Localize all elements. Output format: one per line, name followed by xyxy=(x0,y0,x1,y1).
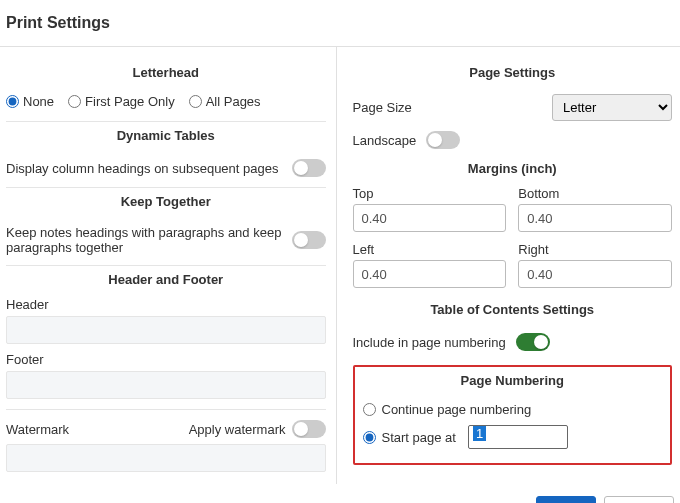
pn-start-option[interactable]: Start page at 1 xyxy=(363,421,663,453)
pn-continue-radio[interactable] xyxy=(363,403,376,416)
letterhead-option-none[interactable]: None xyxy=(6,94,54,109)
page-size-select[interactable]: Letter xyxy=(552,94,672,121)
margins-heading: Margins (inch) xyxy=(353,161,673,176)
toc-heading: Table of Contents Settings xyxy=(353,302,673,317)
right-column: Page Settings Page Size Letter Landscape… xyxy=(337,47,681,484)
cancel-button[interactable]: Cancel xyxy=(604,496,674,503)
dynamic-tables-row: Display column headings on subsequent pa… xyxy=(6,153,326,183)
margins-grid: Top Bottom Left Right xyxy=(353,186,673,288)
letterhead-radio-none[interactable] xyxy=(6,95,19,108)
pn-start-input[interactable]: 1 xyxy=(468,425,568,449)
apply-watermark-toggle[interactable] xyxy=(292,420,326,438)
save-button[interactable]: Save xyxy=(536,496,596,503)
header-input[interactable] xyxy=(6,316,326,344)
margin-bottom-input[interactable] xyxy=(518,204,672,232)
toc-include-toggle[interactable] xyxy=(516,333,550,351)
page-size-row: Page Size Letter xyxy=(353,90,673,125)
footer-input[interactable] xyxy=(6,371,326,399)
margin-top-label: Top xyxy=(353,186,507,201)
letterhead-heading: Letterhead xyxy=(6,65,326,80)
landscape-label: Landscape xyxy=(353,133,417,148)
letterhead-label-all: All Pages xyxy=(206,94,261,109)
watermark-row: Watermark Apply watermark xyxy=(6,414,326,444)
keep-together-row: Keep notes headings with paragraphs and … xyxy=(6,219,326,261)
keep-together-toggle[interactable] xyxy=(292,231,326,249)
toc-include-row: Include in page numbering xyxy=(353,327,673,357)
dynamic-tables-label: Display column headings on subsequent pa… xyxy=(6,161,284,176)
dynamic-tables-heading: Dynamic Tables xyxy=(6,128,326,143)
margin-bottom-label: Bottom xyxy=(518,186,672,201)
dynamic-tables-toggle[interactable] xyxy=(292,159,326,177)
pn-continue-option[interactable]: Continue page numbering xyxy=(363,398,663,421)
keep-together-label: Keep notes headings with paragraphs and … xyxy=(6,225,284,255)
header-label: Header xyxy=(6,297,326,312)
watermark-label: Watermark xyxy=(6,422,181,437)
letterhead-option-first[interactable]: First Page Only xyxy=(68,94,175,109)
margin-left-input[interactable] xyxy=(353,260,507,288)
page-numbering-box: Page Numbering Continue page numbering S… xyxy=(353,365,673,465)
pn-start-value: 1 xyxy=(473,426,486,441)
page-numbering-heading: Page Numbering xyxy=(363,373,663,388)
margin-left-label: Left xyxy=(353,242,507,257)
margin-right-label: Right xyxy=(518,242,672,257)
page-settings-heading: Page Settings xyxy=(353,65,673,80)
watermark-input[interactable] xyxy=(6,444,326,472)
letterhead-radio-first[interactable] xyxy=(68,95,81,108)
page-size-label: Page Size xyxy=(353,100,412,115)
landscape-toggle[interactable] xyxy=(426,131,460,149)
margin-top-input[interactable] xyxy=(353,204,507,232)
pn-continue-label: Continue page numbering xyxy=(382,402,532,417)
footer-label: Footer xyxy=(6,352,326,367)
letterhead-radio-all[interactable] xyxy=(189,95,202,108)
pn-start-label: Start page at xyxy=(382,430,456,445)
left-column: Letterhead None First Page Only All Page… xyxy=(0,47,337,484)
toc-include-label: Include in page numbering xyxy=(353,335,506,350)
keep-together-heading: Keep Together xyxy=(6,194,326,209)
letterhead-label-first: First Page Only xyxy=(85,94,175,109)
page-title: Print Settings xyxy=(0,0,680,47)
header-footer-heading: Header and Footer xyxy=(6,272,326,287)
landscape-row: Landscape xyxy=(353,125,673,155)
pn-start-radio[interactable] xyxy=(363,431,376,444)
content: Letterhead None First Page Only All Page… xyxy=(0,47,680,484)
letterhead-options: None First Page Only All Pages xyxy=(6,90,326,117)
margin-right-input[interactable] xyxy=(518,260,672,288)
letterhead-label-none: None xyxy=(23,94,54,109)
footer-buttons: Save Cancel xyxy=(0,484,680,503)
apply-watermark-label: Apply watermark xyxy=(189,422,286,437)
letterhead-option-all[interactable]: All Pages xyxy=(189,94,261,109)
